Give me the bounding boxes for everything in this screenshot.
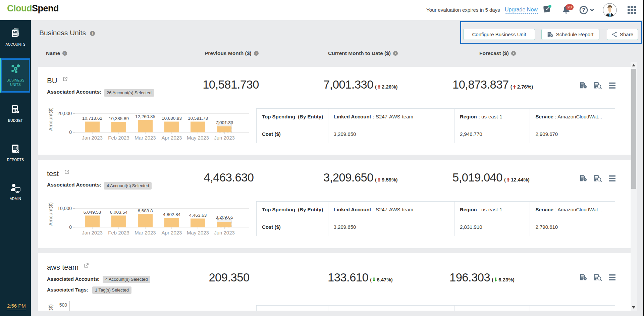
svg-text:10,713.62: 10,713.62 bbox=[82, 116, 102, 121]
svg-text:6,049.53: 6,049.53 bbox=[84, 210, 101, 215]
svg-text:Feb 2023: Feb 2023 bbox=[108, 135, 129, 141]
svg-text:0: 0 bbox=[69, 224, 72, 230]
svg-text:May 2023: May 2023 bbox=[187, 135, 209, 141]
svg-text:4,463.63: 4,463.63 bbox=[189, 213, 207, 218]
svg-text:6,003.54: 6,003.54 bbox=[110, 210, 128, 215]
svg-text:0: 0 bbox=[69, 129, 72, 135]
svg-text:May 2023: May 2023 bbox=[187, 230, 209, 235]
svg-text:10,581.73: 10,581.73 bbox=[188, 116, 208, 121]
svg-text:Jun 2023: Jun 2023 bbox=[214, 135, 235, 141]
svg-text:20,000: 20,000 bbox=[57, 111, 72, 116]
svg-text:Jan 2023: Jan 2023 bbox=[82, 230, 103, 235]
svg-text:Amount($): Amount($) bbox=[48, 304, 53, 311]
svg-text:Mar 2023: Mar 2023 bbox=[135, 135, 156, 141]
svg-text:Mar 2023: Mar 2023 bbox=[135, 230, 156, 235]
svg-text:?: ? bbox=[582, 7, 585, 13]
svg-text:4,802.84: 4,802.84 bbox=[163, 212, 181, 217]
svg-text:Jun 2023: Jun 2023 bbox=[214, 230, 235, 235]
svg-text:Amount($): Amount($) bbox=[48, 107, 53, 131]
svg-text:10,630.83: 10,630.83 bbox=[162, 116, 182, 121]
svg-text:10,385.89: 10,385.89 bbox=[109, 116, 129, 121]
svg-text:Feb 2023: Feb 2023 bbox=[108, 230, 129, 235]
svg-text:12,260.85: 12,260.85 bbox=[135, 114, 155, 119]
svg-text:Jan 2023: Jan 2023 bbox=[82, 135, 103, 141]
svg-text:Apr 2023: Apr 2023 bbox=[162, 135, 182, 141]
svg-text:10,000: 10,000 bbox=[57, 206, 72, 211]
svg-text:3,209.65: 3,209.65 bbox=[216, 215, 233, 220]
svg-text:7,001.33: 7,001.33 bbox=[216, 120, 233, 125]
svg-text:Amount($): Amount($) bbox=[48, 202, 53, 226]
svg-text:Apr 2023: Apr 2023 bbox=[162, 230, 182, 235]
svg-text:6,688.8: 6,688.8 bbox=[138, 208, 153, 213]
svg-text:500: 500 bbox=[59, 302, 67, 308]
